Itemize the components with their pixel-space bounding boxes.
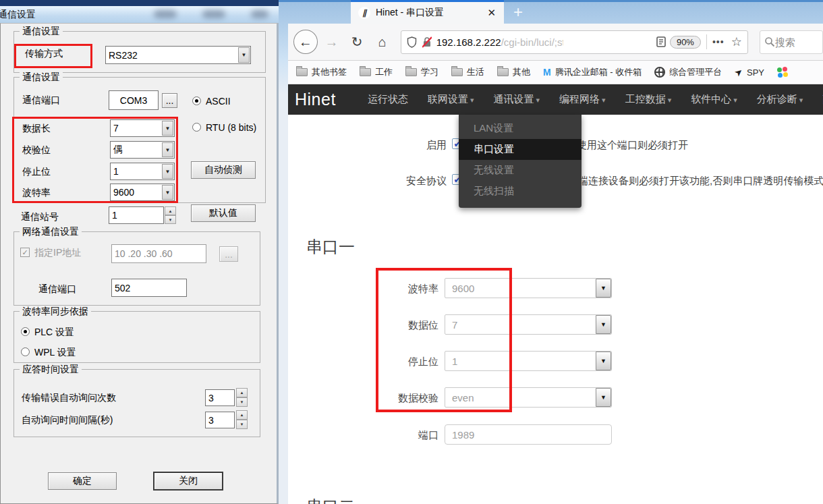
insecure-lock-icon[interactable] — [422, 36, 432, 48]
nav-programming-network[interactable]: 编程网络 — [559, 93, 606, 106]
dropdown-item-wireless[interactable]: 无线设置 — [459, 160, 581, 181]
search-bar[interactable] — [760, 30, 823, 54]
comm-port-value[interactable]: COM3 — [109, 90, 159, 110]
radio-rtu[interactable] — [192, 123, 201, 132]
chevron-down-icon[interactable]: ▼ — [238, 47, 250, 63]
radio-ascii[interactable] — [192, 96, 201, 105]
transfer-mode-label: 传输方式 — [25, 48, 63, 60]
chevron-down-icon[interactable]: ▼ — [596, 315, 611, 334]
bookmark-management-platform[interactable]: 综合管理平台 — [654, 66, 722, 78]
ip-address-input[interactable]: 10 .20 .30 .60 — [111, 244, 206, 263]
retry-count-input[interactable]: 3 — [205, 389, 235, 406]
reload-button[interactable]: ↻ — [345, 30, 368, 53]
site-favicon-icon: ∥ — [358, 7, 370, 19]
group-comm-legend: 通信设置 — [20, 72, 63, 84]
station-number-input[interactable]: 1 — [109, 206, 164, 224]
retry-count-spinner[interactable]: ▲▼ — [236, 388, 248, 407]
colorful-app-icon[interactable] — [777, 67, 788, 78]
chevron-down-icon[interactable]: ▼ — [162, 164, 173, 179]
ip-browse-button[interactable]: ... — [219, 246, 238, 262]
nav-run-status[interactable]: 运行状态 — [368, 93, 408, 106]
default-values-button[interactable]: 默认值 — [191, 204, 256, 222]
radio-wpl-setting-label: WPL 设置 — [34, 347, 76, 359]
query-interval-input[interactable]: 3 — [205, 412, 235, 428]
ok-button[interactable]: 确定 — [48, 472, 117, 490]
bookmark-folder[interactable]: 其他书签 — [296, 66, 347, 78]
url-host: 192.168.2.222 — [436, 36, 501, 48]
stop-bit-label: 停止位 — [22, 166, 51, 178]
data-length-select[interactable]: 7 ▼ — [110, 119, 175, 137]
globe-icon — [654, 67, 665, 78]
stop-bits-select[interactable]: 1 ▼ — [445, 351, 612, 371]
transfer-mode-select[interactable]: RS232 ▼ — [105, 46, 251, 64]
zoom-level-badge[interactable]: 90% — [670, 36, 701, 49]
site-logo[interactable]: Hinet — [295, 90, 336, 109]
bookmark-spy[interactable]: ➤SPY — [735, 67, 764, 78]
nav-network-settings[interactable]: 联网设置 — [428, 93, 474, 106]
chevron-down-icon[interactable]: ▼ — [162, 121, 173, 136]
dialog-body: 通信设置 传输方式 RS232 ▼ 通信设置 通信端口 COM3 ... ASC… — [0, 23, 279, 504]
baud-rate-select[interactable]: 9600 ▼ — [110, 184, 175, 201]
chevron-down-icon[interactable]: ▼ — [596, 279, 611, 298]
nav-comm-settings[interactable]: 通讯设置 — [493, 93, 540, 106]
comm-settings-dropdown: LAN设置 串口设置 无线设置 无线扫描 — [459, 115, 581, 208]
query-interval-spinner[interactable]: ▲▼ — [236, 410, 248, 429]
forward-button[interactable]: → — [320, 30, 343, 53]
network-port-input[interactable]: 502 — [111, 279, 187, 297]
parity-select[interactable]: 偶 ▼ — [110, 141, 175, 159]
radio-plc-setting[interactable] — [21, 327, 30, 336]
station-number-spinner[interactable]: ▲▼ — [165, 206, 176, 224]
stop-bits-label: 停止位 — [351, 356, 438, 368]
close-button[interactable]: 关闭 — [153, 472, 223, 491]
bookmark-folder[interactable]: 其他 — [497, 66, 530, 78]
stop-bit-select[interactable]: 1 ▼ — [110, 163, 175, 180]
tracking-shield-icon[interactable] — [407, 36, 417, 48]
url-bar[interactable]: 192.168.2.222 /cgi-bin/luci/;sto 90% •••… — [401, 30, 748, 54]
bookmark-folder[interactable]: 工作 — [360, 66, 393, 78]
dropdown-item-wireless-scan[interactable]: 无线扫描 — [459, 181, 581, 202]
chevron-down-icon[interactable]: ▼ — [162, 142, 173, 157]
chevron-down-icon[interactable]: ▼ — [596, 352, 611, 370]
folder-icon — [451, 68, 463, 76]
nav-industrial-data[interactable]: 工控数据 — [625, 93, 672, 106]
folder-icon — [296, 68, 308, 76]
background-window-strip — [0, 0, 279, 6]
bookmark-folder[interactable]: 学习 — [405, 66, 438, 78]
data-bits-select[interactable]: 7 ▼ — [445, 314, 612, 335]
specify-ip-checkbox[interactable]: ✓ — [20, 248, 30, 257]
security-protocol-hint: 端连接设备则必须打开该功能,否则串口牌透明传输模式 — [578, 175, 823, 188]
port-input[interactable]: 1989 — [445, 424, 612, 445]
data-bits-label: 数据位 — [351, 319, 438, 332]
security-protocol-label: 安全协议 — [359, 175, 447, 188]
new-tab-button[interactable]: + — [513, 3, 523, 22]
nav-software-center[interactable]: 软件中心 — [691, 93, 737, 106]
url-path: /cgi-bin/luci/;sto — [501, 36, 563, 48]
radio-wpl-setting[interactable] — [21, 347, 30, 356]
browser-tab[interactable]: ∥ Hinet - 串口设置 ✕ — [351, 0, 504, 24]
bookmark-star-icon[interactable]: ☆ — [731, 34, 742, 49]
nav-analysis-diagnosis[interactable]: 分析诊断 — [757, 93, 803, 106]
tab-close-icon[interactable]: ✕ — [487, 7, 496, 19]
enable-hint: 使用这个端口则必须打开 — [577, 139, 688, 152]
reader-mode-icon[interactable] — [656, 36, 666, 47]
autodetect-button[interactable]: 自动侦测 — [191, 161, 256, 179]
baud-rate-select[interactable]: 9600 ▼ — [445, 278, 612, 298]
dropdown-item-lan[interactable]: LAN设置 — [459, 118, 581, 139]
home-button[interactable]: ⌂ — [371, 30, 394, 53]
section-title-serial1: 串口一 — [306, 236, 355, 258]
dropdown-item-serial[interactable]: 串口设置 — [459, 139, 581, 160]
folder-icon — [497, 68, 509, 76]
radio-rtu-label: RTU (8 bits) — [206, 122, 256, 133]
data-parity-select[interactable]: even ▼ — [445, 387, 612, 408]
navigation-toolbar: ← → ↻ ⌂ 192.168.2.222 /cgi-bin/luci/;sto — [288, 24, 823, 61]
chevron-down-icon[interactable]: ▼ — [162, 185, 173, 200]
chevron-down-icon[interactable]: ▼ — [596, 388, 611, 407]
page-actions-icon[interactable]: ••• — [712, 36, 725, 47]
back-button[interactable]: ← — [293, 30, 318, 54]
dialog-titlebar[interactable]: 通信设置 — [0, 6, 279, 23]
tab-title: Hinet - 串口设置 — [376, 7, 444, 19]
comm-port-browse-button[interactable]: ... — [162, 93, 177, 108]
search-input[interactable] — [775, 36, 810, 48]
bookmark-folder[interactable]: 生活 — [451, 66, 484, 78]
bookmark-tencent-mail[interactable]: M腾讯企业邮箱 - 收件箱 — [543, 66, 642, 78]
